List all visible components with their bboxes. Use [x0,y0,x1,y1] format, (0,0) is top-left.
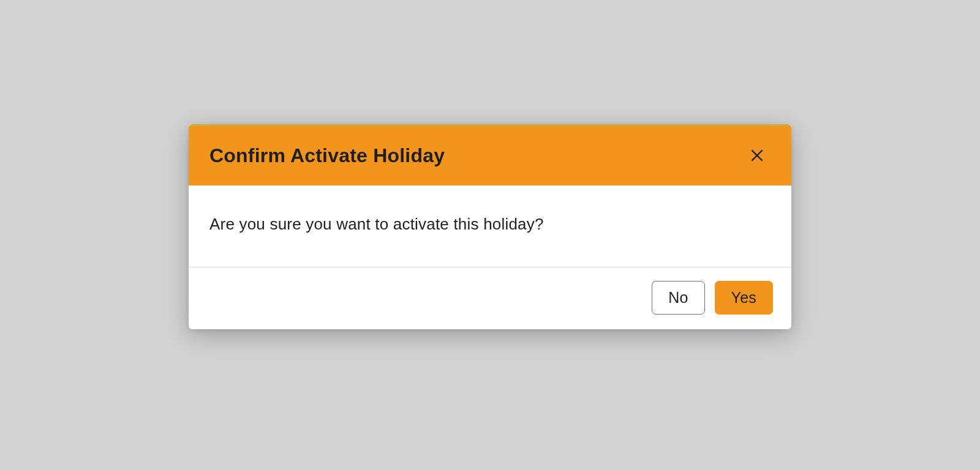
dialog-body: Are you sure you want to activate this h… [189,185,791,267]
dialog-message: Are you sure you want to activate this h… [209,215,771,234]
no-button[interactable]: No [652,281,704,315]
confirm-dialog: Confirm Activate Holiday Are you sure yo… [189,124,791,329]
dialog-header: Confirm Activate Holiday [189,124,791,185]
dialog-title: Confirm Activate Holiday [209,144,445,167]
dialog-footer: No Yes [189,267,791,329]
close-button[interactable] [747,146,767,165]
yes-button[interactable]: Yes [715,281,773,315]
close-icon [749,147,765,163]
